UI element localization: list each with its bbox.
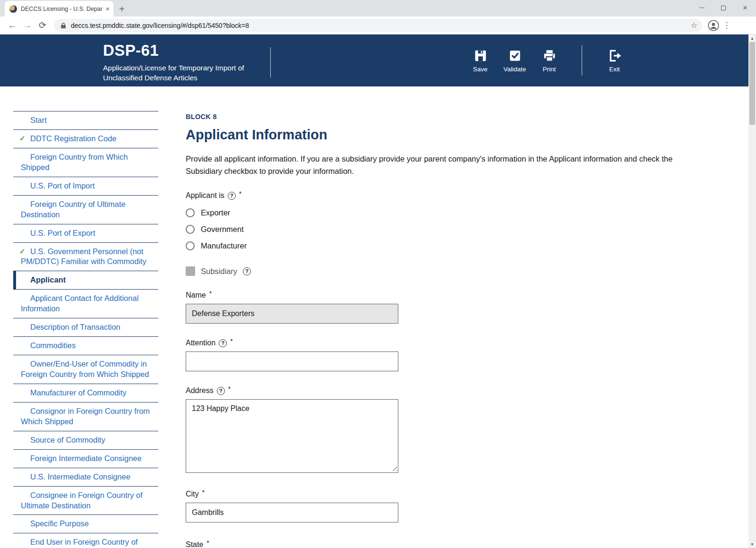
- window-controls: ✕: [691, 0, 756, 16]
- help-icon[interactable]: ?: [219, 339, 227, 347]
- radio-icon[interactable]: [186, 208, 195, 217]
- scrollbar-thumb[interactable]: [749, 42, 755, 125]
- sidebar-item-start[interactable]: Start: [13, 111, 158, 130]
- help-icon[interactable]: ?: [228, 192, 236, 200]
- exit-button[interactable]: Exit: [597, 48, 632, 73]
- validate-label: Validate: [504, 66, 526, 73]
- radio-option-exporter[interactable]: Exporter: [186, 205, 696, 221]
- name-field-group: Name *: [186, 291, 696, 324]
- help-icon[interactable]: ?: [243, 267, 251, 275]
- address-textarea[interactable]: 123 Happy Place: [186, 399, 398, 473]
- validate-button[interactable]: Validate: [498, 48, 532, 73]
- sidebar-item-applicant[interactable]: Applicant: [13, 271, 158, 290]
- save-button[interactable]: Save: [463, 48, 498, 73]
- sidebar-item-applicant-contact-for-additional-information[interactable]: Applicant Contact for Additional Informa…: [13, 290, 158, 318]
- radio-label: Manufacturer: [201, 241, 247, 250]
- url-text: deccs.test.pmddtc.state.gov/licensing/#/…: [71, 22, 687, 29]
- maximize-icon: [721, 6, 726, 10]
- sidebar-item-label: Consignee in Foreign Country of Ultimate…: [21, 491, 143, 510]
- required-asterisk: *: [206, 539, 209, 547]
- subsidiary-checkbox-row[interactable]: Subsidiary ?: [186, 266, 696, 276]
- menu-kebab-icon[interactable]: ⋮: [721, 20, 732, 30]
- sidebar-item-consignor-in-foreign-country-from-which-shipped[interactable]: Consignor in Foreign Country from Which …: [13, 402, 158, 431]
- minimize-icon: [699, 8, 704, 9]
- sidebar-item-manufacturer-of-commodity[interactable]: Manufacturer of Commodity: [13, 384, 158, 402]
- sidebar-item-end-user-in-foreign-country-of[interactable]: End User in Foreign Country of: [13, 533, 158, 548]
- sidebar-item-label: Foreign Country from Which Shipped: [21, 153, 128, 171]
- applicant-is-options: ExporterGovernmentManufacturer: [186, 205, 696, 254]
- tab-close-icon[interactable]: ×: [105, 5, 110, 12]
- sidebar-item-label: DDTC Registration Code: [30, 134, 116, 143]
- sidebar-item-label: Owner/End-User of Commodity in Foreign C…: [21, 360, 149, 378]
- attention-input[interactable]: [186, 351, 398, 371]
- sidebar-item-label: Manufacturer of Commodity: [30, 388, 127, 397]
- sidebar-item-u-s-port-of-import[interactable]: U.S. Port of Import: [13, 177, 158, 196]
- sidebar-item-label: U.S. Government Personnel (not PM/DDTC) …: [21, 247, 146, 266]
- minimize-button[interactable]: [691, 0, 713, 16]
- print-button[interactable]: Print: [532, 48, 567, 73]
- new-tab-button[interactable]: +: [119, 4, 125, 14]
- help-icon[interactable]: ?: [217, 387, 225, 395]
- sidebar-item-label: Source of Commodity: [30, 436, 105, 444]
- browser-toolbar: ← → ⟳ deccs.test.pmddtc.state.gov/licens…: [0, 17, 756, 34]
- sidebar-item-u-s-port-of-export[interactable]: U.S. Port of Export: [13, 224, 158, 243]
- radio-option-manufacturer[interactable]: Manufacturer: [186, 238, 696, 254]
- tab-strip: DECCS Licensing - U.S. Departme × + ✕: [0, 0, 756, 17]
- name-input[interactable]: [186, 304, 398, 324]
- maximize-button[interactable]: [713, 0, 734, 16]
- attention-label: Attention: [186, 339, 215, 347]
- address-field-group: Address ? * 123 Happy Place: [186, 386, 696, 473]
- scrollbar-up-icon[interactable]: ▲: [748, 34, 756, 42]
- sidebar-item-label: Commodities: [30, 341, 76, 350]
- sidebar-item-specific-purpose[interactable]: Specific Purpose: [13, 515, 158, 533]
- page-content: Start✓DDTC Registration CodeForeign Coun…: [0, 86, 756, 548]
- applicant-is-group: Applicant is ? * ExporterGovernmentManuf…: [186, 191, 696, 254]
- sidebar-item-label: U.S. Port of Import: [30, 181, 95, 190]
- reload-icon[interactable]: ⟳: [35, 20, 50, 31]
- app-title-block: DSP-61 Application/License for Temporary…: [103, 42, 245, 83]
- sidebar-item-source-of-commodity[interactable]: Source of Commodity: [13, 431, 158, 450]
- sidebar-item-u-s-intermediate-consignee[interactable]: U.S. Intermediate Consignee: [13, 468, 158, 487]
- state-label: State: [186, 540, 203, 548]
- check-icon: ✓: [19, 247, 26, 256]
- close-button[interactable]: ✕: [734, 0, 756, 16]
- page-scrollbar[interactable]: ▲ ▼: [748, 34, 756, 548]
- city-input[interactable]: [186, 503, 398, 522]
- forward-icon[interactable]: →: [20, 20, 35, 31]
- validate-icon: [507, 48, 523, 63]
- sidebar-item-label: Applicant: [30, 275, 66, 284]
- sidebar-item-label: U.S. Intermediate Consignee: [30, 472, 130, 481]
- required-asterisk: *: [239, 190, 241, 197]
- sidebar-item-label: Consignor in Foreign Country from Which …: [21, 407, 150, 426]
- sidebar-item-description-of-transaction[interactable]: Description of Transaction: [13, 318, 158, 337]
- browser-tab[interactable]: DECCS Licensing - U.S. Departme ×: [5, 1, 113, 17]
- sidebar-item-owner-end-user-of-commodity-in-foreign-country-from-which-shipped[interactable]: Owner/End-User of Commodity in Foreign C…: [13, 355, 158, 384]
- subsidiary-checkbox[interactable]: [186, 266, 195, 276]
- main-form: BLOCK 8 Applicant Information Provide al…: [186, 113, 696, 548]
- subsidiary-label: Subsidiary: [201, 267, 237, 276]
- radio-option-government[interactable]: Government: [186, 221, 696, 238]
- scrollbar-down-icon[interactable]: ▼: [748, 540, 756, 548]
- sidebar-item-foreign-intermediate-consignee[interactable]: Foreign Intermediate Consignee: [13, 450, 158, 468]
- radio-icon[interactable]: [186, 225, 195, 234]
- save-label: Save: [473, 66, 488, 73]
- required-asterisk: *: [202, 488, 205, 496]
- attention-field-group: Attention ? *: [186, 339, 696, 371]
- sidebar-item-consignee-in-foreign-country-of-ultimate-destination[interactable]: Consignee in Foreign Country of Ultimate…: [13, 487, 158, 515]
- back-icon[interactable]: ←: [5, 20, 20, 31]
- save-icon: [473, 48, 488, 63]
- print-label: Print: [543, 66, 556, 73]
- radio-icon[interactable]: [186, 241, 195, 250]
- required-asterisk: *: [230, 337, 232, 345]
- bookmark-star-icon[interactable]: ☆: [691, 21, 697, 30]
- sidebar-item-u-s-government-personnel-not-pm-ddtc-familiar-with-commodity[interactable]: ✓U.S. Government Personnel (not PM/DDTC)…: [13, 243, 158, 272]
- exit-label: Exit: [609, 66, 620, 73]
- sidebar-item-ddtc-registration-code[interactable]: ✓DDTC Registration Code: [13, 130, 158, 148]
- sidebar-item-label: Description of Transaction: [30, 323, 120, 331]
- app-subtitle: Application/License for Temporary Import…: [103, 63, 245, 83]
- sidebar-item-commodities[interactable]: Commodities: [13, 337, 158, 355]
- profile-avatar[interactable]: [708, 20, 719, 31]
- address-bar[interactable]: deccs.test.pmddtc.state.gov/licensing/#/…: [54, 19, 702, 32]
- sidebar-item-foreign-country-of-ultimate-destination[interactable]: Foreign Country of Ultimate Destination: [13, 196, 158, 224]
- sidebar-item-foreign-country-from-which-shipped[interactable]: Foreign Country from Which Shipped: [13, 148, 158, 177]
